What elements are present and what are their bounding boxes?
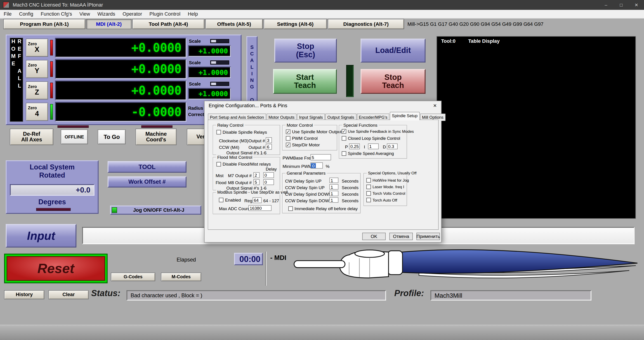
- tab-settings[interactable]: Settings (Alt-6): [264, 19, 327, 29]
- checkbox-box[interactable]: [366, 198, 371, 202]
- y-scale-value[interactable]: +1.0000: [188, 67, 231, 78]
- modbus-enabled-checkbox[interactable]: Enabled: [219, 197, 241, 202]
- checkbox-box[interactable]: [216, 162, 221, 166]
- max-adc-input[interactable]: 16380: [248, 205, 272, 211]
- menu-operator[interactable]: Operator: [119, 10, 146, 18]
- laser-mode-checkbox[interactable]: Laser Mode. freq I: [366, 185, 404, 189]
- checkbox-box[interactable]: [342, 136, 346, 141]
- flood-delay-input[interactable]: 0: [263, 179, 274, 185]
- y-scale-slider[interactable]: [210, 60, 229, 65]
- checkbox-box[interactable]: [216, 130, 221, 134]
- z-scale-slider[interactable]: [210, 82, 229, 86]
- torch-auto-off-checkbox[interactable]: Torch Auto Off: [366, 198, 397, 202]
- y-scale-slider-thumb[interactable]: [211, 61, 216, 64]
- menu-wizards[interactable]: Wizards: [94, 10, 119, 18]
- reset-button[interactable]: Reset: [4, 254, 108, 283]
- z-dro-value[interactable]: +0.0000: [55, 81, 186, 100]
- g-codes-button[interactable]: G-Codes: [111, 273, 155, 281]
- ok-button[interactable]: OK: [362, 233, 386, 240]
- tab-mdi[interactable]: MDI (Alt-2): [86, 19, 132, 29]
- modbus-reg-input[interactable]: 64: [252, 197, 262, 203]
- clear-button[interactable]: Clear: [48, 290, 88, 299]
- checkbox-box[interactable]: [288, 206, 293, 211]
- step-dir-motor-checkbox[interactable]: ✓ Step/Dir Motor: [286, 142, 320, 147]
- checkbox-box[interactable]: [366, 185, 371, 189]
- cw-delay-up-input[interactable]: 1: [329, 178, 338, 183]
- a-dro-value[interactable]: -0.0000: [55, 102, 186, 122]
- ccw-output-input[interactable]: 6: [266, 144, 272, 150]
- maximize-button[interactable]: □: [614, 0, 629, 10]
- disable-flood-mist-checkbox[interactable]: Disable Flood/Mist relays: [216, 162, 271, 166]
- apply-button[interactable]: Применить: [416, 233, 440, 240]
- jog-onoff-toggle[interactable]: Jog ON/OFF Ctrl-Alt-J: [110, 206, 201, 215]
- zero-z-button[interactable]: Zero Z: [26, 82, 48, 100]
- x-dro-value[interactable]: +0.0000: [55, 38, 186, 58]
- stop-teach-button[interactable]: Stop Teach: [360, 69, 426, 94]
- ccw-delay-up-input[interactable]: 1: [329, 184, 338, 190]
- pwmbase-input[interactable]: 5: [310, 154, 331, 160]
- checkbox-box[interactable]: [342, 151, 346, 156]
- checkbox-box[interactable]: ✓: [286, 143, 290, 147]
- checkbox-box[interactable]: [366, 191, 371, 196]
- to-go-button[interactable]: To Go: [98, 129, 126, 144]
- y-dro-value[interactable]: +0.0000: [55, 59, 186, 79]
- immediate-relay-off-checkbox[interactable]: Immediate Relay off before delay: [288, 206, 358, 211]
- minimize-button[interactable]: –: [598, 0, 614, 10]
- use-spindle-motor-output-checkbox[interactable]: ✓ Use Spindle Motor Output: [286, 129, 342, 134]
- offline-button[interactable]: OFFLINE: [61, 129, 88, 144]
- hotwire-checkbox[interactable]: HotWire Heat for Jog: [366, 178, 409, 183]
- menu-function-cfgs[interactable]: Function Cfg's: [37, 10, 76, 18]
- checkbox-box[interactable]: ✓: [342, 129, 346, 134]
- tab-tool-path[interactable]: Tool Path (Alt-4): [132, 19, 204, 29]
- history-button[interactable]: History: [4, 290, 44, 299]
- tab-program-run[interactable]: Program Run (Alt-1): [4, 19, 86, 29]
- z-scale-slider-thumb[interactable]: [211, 83, 216, 85]
- spindle-feedback-checkbox[interactable]: ✓ Use Spindle Feedback in Sync Modes: [342, 129, 414, 134]
- x-scale-value[interactable]: +1.0000: [188, 45, 231, 57]
- m-codes-button[interactable]: M-Codes: [161, 273, 201, 281]
- pid-d-input[interactable]: 0.3: [387, 143, 398, 149]
- disable-spindle-relays-checkbox[interactable]: Disable Spindle Relays: [216, 129, 267, 134]
- ref-all-home-button[interactable]: REF ALL HOME: [10, 38, 23, 122]
- checkbox-box[interactable]: [286, 136, 290, 141]
- pid-p-input[interactable]: 0.25: [349, 143, 360, 149]
- deref-all-axes-button[interactable]: De-Ref All Axes: [10, 129, 54, 145]
- zero-4-button[interactable]: Zero 4: [26, 103, 48, 121]
- close-button[interactable]: ✕: [629, 0, 644, 10]
- checkbox-box[interactable]: ✓: [286, 129, 290, 134]
- x-scale-slider-thumb[interactable]: [211, 40, 216, 42]
- torch-volts-checkbox[interactable]: Torch Volts Control: [366, 191, 405, 196]
- start-teach-button[interactable]: Start Teach: [273, 69, 337, 94]
- checkbox-box[interactable]: [219, 197, 223, 202]
- menu-plugin-control[interactable]: Plugin Control: [146, 10, 184, 18]
- toolpath-display[interactable]: Tool:0 Table Display: [436, 36, 636, 219]
- tab-diagnostics[interactable]: Diagnostics (Alt-7): [328, 19, 404, 29]
- stop-esc-button[interactable]: Stop (Esc): [274, 39, 337, 63]
- dialog-titlebar[interactable]: Engine Configuration... Ports & Pins ✕: [204, 101, 442, 110]
- cw-delay-down-input[interactable]: 1: [329, 191, 338, 196]
- menu-view[interactable]: View: [76, 10, 94, 18]
- checkbox-box[interactable]: [366, 178, 371, 183]
- dialog-close-button[interactable]: ✕: [428, 101, 442, 110]
- menu-help[interactable]: Help: [184, 10, 202, 18]
- work-offset-bar[interactable]: Work Offset #: [108, 176, 186, 188]
- spindle-averaging-checkbox[interactable]: Spindle Speed Averaging: [342, 151, 394, 156]
- cancel-button[interactable]: Отмена: [389, 233, 413, 240]
- z-scale-value[interactable]: +1.0000: [188, 88, 231, 100]
- pid-i-input[interactable]: 1: [368, 143, 378, 149]
- minimum-pwm-input[interactable]: 0: [310, 162, 323, 169]
- pwm-control-checkbox[interactable]: PWM Control: [286, 136, 318, 141]
- closed-loop-checkbox[interactable]: Closed Loop Spindle Control: [342, 136, 400, 141]
- mist-output-input[interactable]: 2: [254, 172, 260, 178]
- menu-file[interactable]: File: [0, 10, 15, 18]
- cw-output-input[interactable]: 3: [266, 137, 272, 143]
- load-edit-button[interactable]: Load/Edit: [360, 39, 426, 63]
- dlg-tab-spindle-setup[interactable]: Spindle Setup: [390, 112, 420, 120]
- tab-offsets[interactable]: Offsets (Alt-5): [205, 19, 263, 29]
- machine-coords-button[interactable]: Machine Coord's: [136, 129, 177, 145]
- mist-delay-input[interactable]: 0: [263, 172, 274, 178]
- input-button[interactable]: Input: [6, 224, 76, 247]
- x-scale-slider[interactable]: [210, 39, 229, 43]
- zero-x-button[interactable]: Zero X: [26, 39, 48, 57]
- ccw-delay-down-input[interactable]: 1: [329, 197, 338, 203]
